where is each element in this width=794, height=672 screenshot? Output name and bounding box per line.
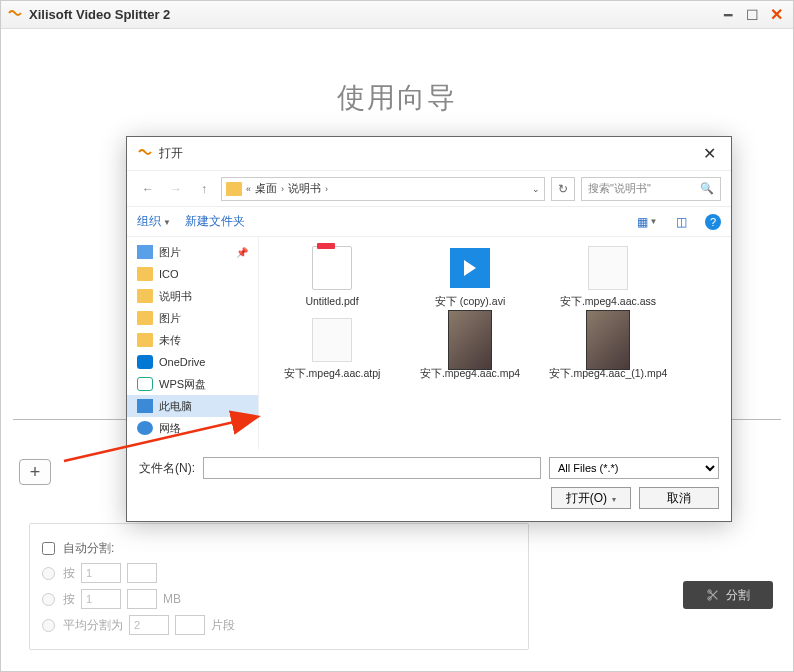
search-placeholder: 搜索"说明书"	[588, 181, 651, 196]
breadcrumb[interactable]: « 桌面 › 说明书 › ⌄	[221, 177, 545, 201]
size-unit-select[interactable]	[127, 589, 157, 609]
fi-cloud2-icon	[137, 377, 153, 391]
dialog-body: 图片📌ICO说明书图片未传OneDriveWPS网盘此电脑网络 Untitled…	[127, 237, 731, 449]
file-thumbnail	[302, 315, 362, 365]
new-folder-button[interactable]: 新建文件夹	[185, 213, 245, 230]
dialog-sidebar: 图片📌ICO说明书图片未传OneDriveWPS网盘此电脑网络	[127, 237, 259, 449]
split-by-time-radio[interactable]	[42, 567, 55, 580]
sidebar-item-5[interactable]: OneDrive	[127, 351, 258, 373]
refresh-button[interactable]: ↻	[551, 177, 575, 201]
dialog-title: 打开	[159, 145, 183, 162]
file-name-label: 安下.mpeg4.aac.mp4	[420, 367, 520, 381]
scissors-icon	[706, 588, 720, 602]
file-item-1[interactable]: 安下 (copy).avi	[405, 243, 535, 309]
sidebar-item-2[interactable]: 说明书	[127, 285, 258, 307]
fi-folder-icon	[137, 267, 153, 281]
organize-menu[interactable]: 组织▼	[137, 213, 171, 230]
view-mode-button[interactable]: ▦▼	[637, 213, 657, 231]
split-segments-input[interactable]	[129, 615, 169, 635]
split-by-time-row: 按	[42, 563, 516, 583]
chevron-icon: ›	[281, 184, 284, 194]
sidebar-item-label: 网络	[159, 421, 181, 436]
file-name-label: 安下 (copy).avi	[435, 295, 505, 309]
sidebar-item-1[interactable]: ICO	[127, 263, 258, 285]
file-filter-select[interactable]: All Files (*.*)	[549, 457, 719, 479]
minimize-button[interactable]: ━	[717, 6, 739, 24]
auto-split-checkbox[interactable]	[42, 542, 55, 555]
search-input[interactable]: 搜索"说明书" 🔍	[581, 177, 721, 201]
split-button-label: 分割	[726, 587, 750, 604]
nav-back-button[interactable]: ←	[137, 178, 159, 200]
file-name-label: 安下.mpeg4.aac.atpj	[284, 367, 381, 381]
split-average-row: 平均分割为 片段	[42, 615, 516, 635]
chevron-icon: «	[246, 184, 251, 194]
sidebar-item-label: 图片	[159, 245, 181, 260]
auto-split-header: 自动分割:	[42, 540, 516, 557]
file-thumbnail	[578, 243, 638, 293]
file-item-0[interactable]: Untitled.pdf	[267, 243, 397, 309]
add-button[interactable]: +	[19, 459, 51, 485]
preview-pane-button[interactable]: ◫	[671, 213, 691, 231]
split-average-radio[interactable]	[42, 619, 55, 632]
cancel-button[interactable]: 取消	[639, 487, 719, 509]
sidebar-item-label: 此电脑	[159, 399, 192, 414]
folder-icon	[226, 182, 242, 196]
file-area[interactable]: Untitled.pdf安下 (copy).avi安下.mpeg4.aac.as…	[259, 237, 731, 449]
breadcrumb-seg2[interactable]: 说明书	[288, 181, 321, 196]
app-icon	[7, 7, 23, 23]
sidebar-item-label: WPS网盘	[159, 377, 206, 392]
sidebar-item-6[interactable]: WPS网盘	[127, 373, 258, 395]
close-button[interactable]: ✕	[765, 6, 787, 24]
file-item-3[interactable]: 安下.mpeg4.aac.atpj	[267, 315, 397, 381]
sidebar-item-4[interactable]: 未传	[127, 329, 258, 351]
filename-input[interactable]	[203, 457, 541, 479]
dialog-toolbar: 组织▼ 新建文件夹 ▦▼ ◫ ?	[127, 207, 731, 237]
segments-unit-label: 片段	[211, 617, 235, 634]
sidebar-item-8[interactable]: 网络	[127, 417, 258, 439]
split-average-label: 平均分割为	[63, 617, 123, 634]
split-time-input[interactable]	[81, 563, 121, 583]
sidebar-item-label: ICO	[159, 268, 179, 280]
fi-pc-icon	[137, 399, 153, 413]
file-item-4[interactable]: 安下.mpeg4.aac.mp4	[405, 315, 535, 381]
breadcrumb-seg1[interactable]: 桌面	[255, 181, 277, 196]
fi-pic-icon	[137, 245, 153, 259]
dialog-nav: ← → ↑ « 桌面 › 说明书 › ⌄ ↻ 搜索"说明书" 🔍	[127, 171, 731, 207]
fi-folder-icon	[137, 333, 153, 347]
titlebar: Xilisoft Video Splitter 2 ━ ☐ ✕	[1, 1, 793, 29]
split-size-input[interactable]	[81, 589, 121, 609]
sidebar-item-0[interactable]: 图片📌	[127, 241, 258, 263]
file-name-label: 安下.mpeg4.aac.ass	[560, 295, 656, 309]
time-unit-select[interactable]	[127, 563, 157, 583]
breadcrumb-dropdown-icon[interactable]: ⌄	[532, 184, 540, 194]
wizard-heading: 使用向导	[13, 79, 781, 117]
sidebar-item-label: 说明书	[159, 289, 192, 304]
segments-spinner[interactable]	[175, 615, 205, 635]
filename-row: 文件名(N): All Files (*.*)	[139, 457, 719, 479]
split-by-size-row: 按 MB	[42, 589, 516, 609]
file-open-dialog: 打开 ✕ ← → ↑ « 桌面 › 说明书 › ⌄ ↻ 搜索"说明书" 🔍 组织…	[126, 136, 732, 522]
split-by-size-radio[interactable]	[42, 593, 55, 606]
split-by-label: 按	[63, 565, 75, 582]
file-thumbnail	[440, 243, 500, 293]
file-item-2[interactable]: 安下.mpeg4.aac.ass	[543, 243, 673, 309]
fi-folder-icon	[137, 311, 153, 325]
nav-up-button[interactable]: ↑	[193, 178, 215, 200]
app-title: Xilisoft Video Splitter 2	[29, 7, 715, 22]
auto-split-title: 自动分割:	[63, 540, 114, 557]
split-button[interactable]: 分割	[683, 581, 773, 609]
pin-icon: 📌	[236, 247, 248, 258]
help-button[interactable]: ?	[705, 214, 721, 230]
nav-forward-button[interactable]: →	[165, 178, 187, 200]
split-by-size-label: 按	[63, 591, 75, 608]
maximize-button[interactable]: ☐	[741, 6, 763, 24]
file-thumbnail	[302, 243, 362, 293]
dialog-close-button[interactable]: ✕	[697, 144, 721, 163]
open-button[interactable]: 打开(O) ▾	[551, 487, 631, 509]
file-item-5[interactable]: 安下.mpeg4.aac_(1).mp4	[543, 315, 673, 381]
sidebar-item-7[interactable]: 此电脑	[127, 395, 258, 417]
sidebar-item-3[interactable]: 图片	[127, 307, 258, 329]
auto-split-panel: 自动分割: 按 按 MB 平均分割为 片段	[29, 523, 529, 650]
fi-folder-icon	[137, 289, 153, 303]
sidebar-item-label: 未传	[159, 333, 181, 348]
